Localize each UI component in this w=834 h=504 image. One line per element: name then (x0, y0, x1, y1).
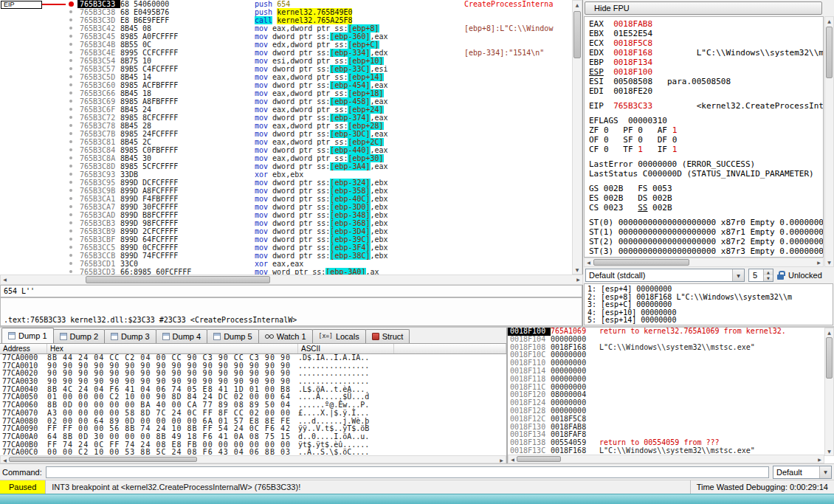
disasm-row[interactable]: 765B3C4E8995 CCFCFFFFmov dword ptr ss:[e… (0, 49, 573, 57)
disasm-bytes[interactable]: 899D 98FCFFFF (120, 219, 255, 227)
spinner-down-icon[interactable]: ▼ (764, 275, 773, 281)
disasm-row[interactable]: 765B3C7B8985 24FCFFFFmov dword ptr ss:[e… (0, 130, 573, 138)
disasm-bytes[interactable]: 8B45 30 (120, 154, 255, 162)
disasm-address[interactable]: 765B3CD1 (77, 260, 120, 268)
disasm-bytes[interactable]: 8995 CCFCFFFF (120, 49, 255, 57)
disasm-instruction[interactable]: mov dword ptr ss:[ebp-324],ebx (255, 179, 463, 187)
scroll-down-arrow[interactable]: ▼ (825, 258, 833, 266)
row-dot[interactable] (0, 114, 77, 122)
disasm-instruction[interactable]: mov eax,dword ptr ss:[ebp+18] (255, 89, 463, 97)
dump-ascii[interactable]: d..0....I.öA..u. (298, 433, 394, 441)
disasm-instruction[interactable]: mov dword ptr ss:[ebp-3A4],eax (255, 162, 463, 170)
disasm-instruction[interactable]: mov dword ptr ss:[ebp-334],edx (255, 49, 463, 57)
disasm-row[interactable]: 765B3C9B899D A8FCFFFFmov dword ptr ss:[e… (0, 187, 573, 195)
row-dot[interactable] (0, 203, 77, 211)
hide-fpu-button[interactable]: Hide FPU (585, 1, 822, 15)
disasm-bytes[interactable]: 8985 A0FCFFFF (120, 32, 255, 41)
row-dot[interactable] (0, 57, 77, 65)
tab-dump-4[interactable]: Dump 4 (156, 329, 208, 343)
disasm-address[interactable]: 765B3CCB (77, 252, 120, 260)
stack-value[interactable]: 0018F168 (551, 344, 599, 352)
stack-address[interactable]: 0018F12C (508, 415, 551, 424)
scrollbar-thumb[interactable] (86, 276, 270, 283)
disasm-instruction[interactable]: mov dword ptr ss:[ebp-3F4],ebx (255, 244, 463, 252)
disasm-bytes[interactable]: 8985 ACFBFFFF (120, 81, 255, 89)
spinner-up-icon[interactable]: ▲ (764, 269, 773, 275)
stack-row[interactable]: 0018F11400000000 (508, 367, 824, 376)
fpu-register[interactable]: ST(1) 00000000000000000000 x87r1 Empty 0… (589, 227, 823, 237)
disasm-address[interactable]: 765B3C33 (77, 0, 120, 8)
disasm-address[interactable]: 765B3C4B (77, 41, 120, 49)
tab-dump-5[interactable]: Dump 5 (207, 329, 259, 343)
scroll-left-arrow[interactable]: ◀ (585, 258, 593, 266)
disasm-bytes[interactable]: 8B45 24 (120, 106, 255, 114)
dump-ascii[interactable]: £....X.|$.ÿ.Ì... (298, 410, 394, 418)
tab-dump-3[interactable]: Dump 3 (104, 329, 156, 343)
disasm-bytes[interactable]: 68 E0495B76 (120, 8, 255, 16)
scroll-down-arrow[interactable]: ▼ (573, 266, 582, 274)
row-dot[interactable] (0, 8, 77, 16)
spinner-arrows[interactable]: ▲▼ (763, 269, 773, 281)
disasm-bytes[interactable]: 8B45 08 (120, 24, 255, 32)
disasm-bytes[interactable]: 899D 2CFCFFFF (120, 227, 255, 235)
row-dot[interactable] (0, 252, 77, 260)
scroll-left-arrow[interactable]: ◀ (1, 275, 9, 284)
scroll-right-arrow[interactable]: ▶ (815, 258, 823, 266)
row-dot[interactable] (0, 73, 77, 81)
segment-row[interactable]: CS 0023 SS 002B (589, 203, 823, 213)
chevron-down-icon[interactable]: ▼ (732, 269, 744, 281)
disasm-address[interactable]: 765B3C8D (77, 162, 120, 170)
disasm-instruction[interactable]: mov eax,dword ptr ss:[ebp+8] (255, 24, 463, 32)
stack-row[interactable]: 0018F10C00000000 (508, 351, 824, 359)
stack-row[interactable]: 0018F11C00000000 (508, 384, 824, 392)
disasm-row[interactable]: 765B3C818B45 2Cmov eax,dword ptr ss:[ebp… (0, 138, 573, 146)
scrollbar-thumb[interactable] (826, 337, 833, 379)
row-dot[interactable] (0, 227, 77, 235)
disasm-bytes[interactable]: 8B45 28 (120, 122, 255, 130)
stack-address[interactable]: 0018F118 (508, 376, 551, 384)
lock-label[interactable]: Unlocked (788, 271, 822, 280)
disasm-instruction[interactable]: xor ebx,ebx (255, 170, 463, 179)
row-dot[interactable] (0, 122, 77, 130)
disasm-instruction[interactable]: mov dword ptr ss:[ebp-458],eax (255, 97, 463, 106)
flags-row[interactable]: CF 0 TF 1 IF 1 (589, 145, 823, 154)
chevron-down-icon[interactable]: ▼ (819, 466, 831, 478)
disasm-row[interactable]: 765B3CD133C0xor eax,eax (0, 260, 573, 268)
disasm-address[interactable]: 765B3CD3 (77, 268, 120, 275)
disasm-address[interactable]: 765B3CAD (77, 211, 120, 219)
disasm-row[interactable]: 765B3C6F8B45 24mov eax,dword ptr ss:[ebp… (0, 106, 573, 114)
row-dot[interactable] (0, 211, 77, 219)
register-esi[interactable]: ESI 00508508 para.00508508 (589, 77, 823, 86)
fpu-register[interactable]: ST(0) 00000000000000000000 x87r0 Empty 0… (589, 218, 823, 227)
stack-value[interactable]: 00000000 (551, 407, 599, 415)
disasm-address[interactable]: 765B3C78 (77, 122, 120, 130)
flags-row[interactable]: ZF 0 PF 0 AF 1 (589, 125, 823, 135)
stack-value[interactable]: 00554059 (551, 439, 599, 447)
stack-horizontal-scrollbar[interactable]: ◀ ▶ (508, 455, 824, 463)
disasm-bytes[interactable]: 899D F4FBFFFF (120, 195, 255, 203)
stack-row[interactable]: 0018F10400000000 (508, 336, 824, 344)
disasm-address[interactable]: 765B3CA7 (77, 203, 120, 211)
scrollbar-thumb[interactable] (9, 457, 197, 462)
row-dot[interactable] (0, 16, 77, 24)
stack-value[interactable]: 0018FAF8 (551, 431, 599, 439)
disasm-instruction[interactable]: mov dword ptr ss:[ebp-440],eax (255, 146, 463, 154)
disasm-address[interactable]: 765B3CA1 (77, 195, 120, 203)
disasm-instruction[interactable]: mov dword ptr ss:[ebp-358],ebx (255, 187, 463, 195)
stack-value[interactable]: 0018FAB8 (551, 424, 599, 432)
scrollbar-thumb[interactable] (593, 259, 689, 266)
stack-value[interactable]: 00000000 (551, 376, 599, 384)
dump-row[interactable]: 77CA00A064 8B 0D 30 00 00 00 8B 49 18 F6… (0, 433, 506, 441)
dump-hex[interactable]: 64 8B 0D 30 00 00 00 8B 49 18 F6 41 0A 0… (47, 433, 298, 441)
row-dot[interactable] (0, 81, 77, 89)
disasm-instruction[interactable]: mov dword ptr ss:[ebp-360],eax (255, 32, 463, 41)
disasm-address[interactable]: 765B3C84 (77, 146, 120, 154)
disasm-row[interactable]: 765B3C458985 A0FCFFFFmov dword ptr ss:[e… (0, 32, 573, 41)
disasm-instruction[interactable]: xor eax,eax (255, 260, 463, 268)
disasm-address[interactable]: 765B3C57 (77, 65, 120, 73)
disasm-bytes[interactable]: 66:8985 60FCFFFF (120, 268, 255, 275)
disasm-row[interactable]: 765B3CB9899D 2CFCFFFFmov dword ptr ss:[e… (0, 227, 573, 235)
row-dot[interactable] (0, 179, 77, 187)
stack-row[interactable]: 0018F12C0018F5C8 (508, 415, 824, 424)
disasm-instruction[interactable]: mov dword ptr ss:[ebp-39C],ebx (255, 235, 463, 244)
